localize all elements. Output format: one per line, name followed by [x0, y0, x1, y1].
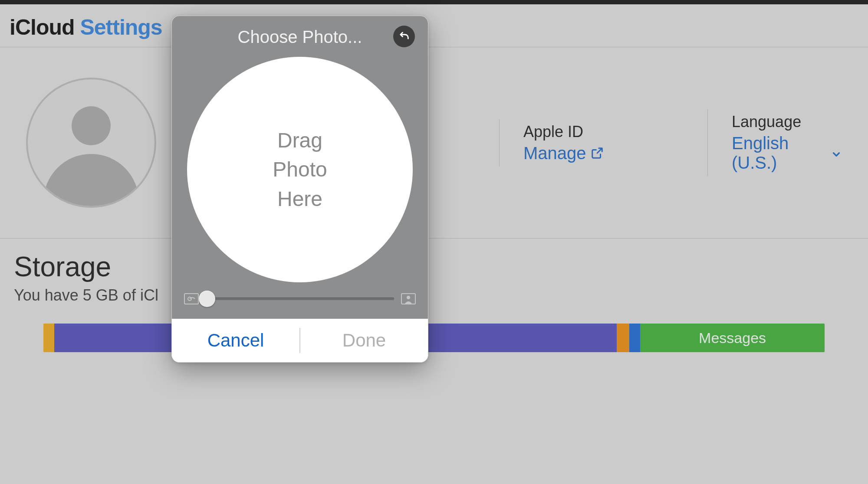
- avatar-head-shape: [72, 106, 111, 145]
- language-cell: Language English (U.S.): [707, 109, 842, 176]
- page-title: iCloud Settings: [10, 15, 858, 40]
- storage-segment-mail: [617, 324, 629, 352]
- manage-apple-id-link[interactable]: Manage: [523, 144, 604, 163]
- revert-icon: [398, 29, 410, 43]
- language-label: Language: [732, 113, 842, 131]
- photo-drop-zone[interactable]: Drag Photo Here: [187, 57, 413, 282]
- zoom-row: [181, 287, 418, 310]
- popover-actions: Cancel Done: [172, 319, 428, 362]
- avatar[interactable]: [26, 78, 156, 208]
- page-title-prefix: iCloud: [10, 15, 80, 39]
- storage-segment-messages: Messages: [640, 324, 825, 352]
- choose-photo-popover: Choose Photo... Drag Photo Here: [171, 16, 428, 363]
- window-top-border: [0, 0, 868, 4]
- external-link-icon: [591, 147, 604, 160]
- storage-subtitle: You have 5 GB of iCl: [14, 286, 854, 304]
- language-value: English (U.S.): [732, 134, 826, 173]
- zoom-slider-track: [206, 298, 394, 300]
- cancel-button[interactable]: Cancel: [172, 323, 299, 358]
- svg-point-3: [407, 296, 410, 299]
- popover-body: Choose Photo... Drag Photo Here: [172, 16, 428, 319]
- storage-segment-unknown: [629, 324, 640, 352]
- storage-bar[interactable]: BackupMessages: [43, 324, 825, 352]
- avatar-body-shape: [43, 154, 139, 208]
- language-selector[interactable]: English (U.S.): [732, 134, 842, 173]
- apple-id-cell: Apple ID Manage: [499, 119, 690, 167]
- storage-segment-label: Messages: [699, 330, 766, 347]
- page-title-section: Settings: [80, 15, 162, 39]
- done-button[interactable]: Done: [300, 323, 428, 358]
- storage-section: Storage You have 5 GB of iCl BackupMessa…: [0, 239, 868, 352]
- storage-segment-photos: [43, 324, 54, 352]
- revert-button[interactable]: [393, 26, 415, 47]
- zoom-in-icon: [401, 293, 416, 304]
- apple-id-label: Apple ID: [523, 123, 690, 141]
- popover-title-row: Choose Photo...: [181, 20, 418, 54]
- manage-link-text: Manage: [523, 144, 586, 163]
- account-row: ns... Apple ID Manage Language English (…: [0, 47, 868, 239]
- zoom-out-icon: [184, 293, 199, 304]
- drop-zone-text: Drag Photo Here: [273, 126, 327, 213]
- page-header: iCloud Settings: [0, 4, 868, 47]
- storage-title: Storage: [14, 251, 854, 283]
- popover-title: Choose Photo...: [238, 27, 362, 47]
- avatar-placeholder: [26, 78, 156, 208]
- zoom-slider-thumb[interactable]: [199, 291, 215, 307]
- zoom-slider[interactable]: [206, 290, 394, 307]
- chevron-down-icon: [831, 144, 842, 164]
